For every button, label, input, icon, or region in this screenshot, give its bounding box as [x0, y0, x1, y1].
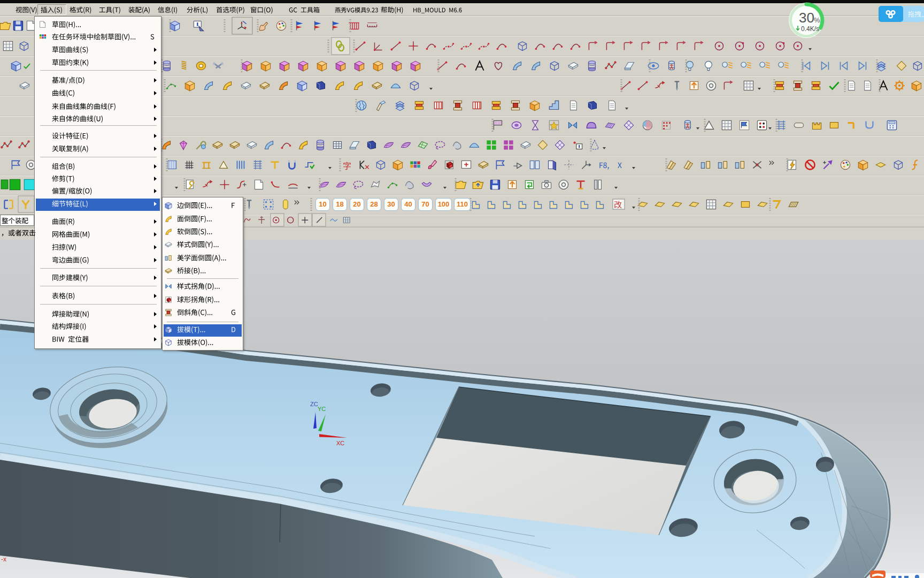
svg-text:0.4K/s: 0.4K/s [801, 25, 819, 33]
svg-text:30: 30 [799, 10, 814, 26]
svg-text:%: % [814, 16, 820, 24]
